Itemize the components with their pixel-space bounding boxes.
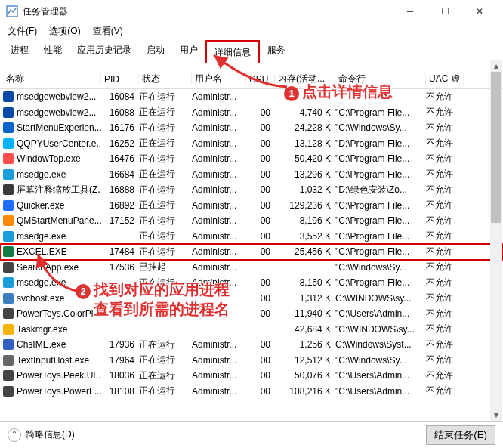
cell-uac: 不允许 — [426, 137, 464, 150]
cell-pid: 17152 — [101, 215, 139, 226]
cell-cpu: 00 — [246, 370, 275, 381]
cell-user: Administr... — [192, 339, 246, 350]
cell-uac: 不允许 — [426, 277, 464, 289]
table-row[interactable]: svchost.exe001,312 KC:\WINDOWS\sy...不允许 — [0, 291, 503, 307]
cell-mem: 25,456 K — [275, 246, 335, 257]
process-icon — [3, 215, 14, 226]
header-pid[interactable]: PID — [101, 74, 139, 85]
table-row[interactable]: StartMenuExperien...16176正在运行Administr..… — [0, 120, 503, 136]
cell-name: TextInputHost.exe — [17, 355, 89, 366]
header-uac[interactable]: UAC 虚 — [426, 73, 464, 85]
cell-status: 正在运行 — [139, 338, 192, 351]
tab-details[interactable]: 详细信息 — [205, 40, 260, 63]
taskmgr-icon — [6, 5, 18, 17]
table-row[interactable]: msedge.exe16684正在运行Administr...0013,296 … — [0, 167, 503, 183]
maximize-button[interactable]: ☐ — [427, 0, 462, 23]
cell-name: EXCEL.EXE — [17, 246, 67, 257]
tab-apphistory[interactable]: 应用历史记录 — [69, 39, 139, 63]
table-row[interactable]: ChsIME.exe17936正在运行Administr...001,256 K… — [0, 337, 503, 353]
menu-view[interactable]: 查看(V) — [88, 23, 128, 39]
menu-file[interactable]: 文件(F) — [3, 23, 42, 39]
process-icon — [3, 246, 14, 257]
cell-mem: 13,128 K — [275, 138, 335, 149]
cell-mem: 1,032 K — [275, 184, 335, 195]
cell-status: 正在运行 — [139, 122, 192, 134]
tab-startup[interactable]: 启动 — [139, 39, 172, 63]
table-row[interactable]: 屏幕注释缩放工具(Z...16888正在运行Administr...001,03… — [0, 182, 503, 198]
scroll-down-icon[interactable]: ▾ — [490, 409, 502, 421]
close-button[interactable]: ✕ — [462, 0, 497, 23]
table-row[interactable]: PowerToys.PowerL...18108正在运行Administr...… — [0, 384, 503, 400]
table-row[interactable]: WindowTop.exe16476正在运行Administr...0050,4… — [0, 151, 503, 167]
header-status[interactable]: 状态 — [139, 73, 192, 85]
cell-cpu: 00 — [246, 215, 275, 226]
header-cpu[interactable]: CPU — [246, 74, 275, 85]
table-row[interactable]: msedgewebview2...16084正在运行Administr...不允… — [0, 89, 503, 105]
table-row[interactable]: Quicker.exe16892正在运行Administr...00129,23… — [0, 198, 503, 214]
cell-name: Taskmgr.exe — [17, 324, 67, 335]
cell-name: PowerToys.ColorPi... — [17, 308, 100, 319]
cell-name: PowerToys.Peek.UI... — [17, 370, 101, 381]
cell-name: PowerToys.PowerL... — [17, 386, 101, 397]
tab-processes[interactable]: 进程 — [3, 39, 36, 63]
cell-mem: 11,940 K — [275, 308, 335, 319]
cell-name: msedgewebview2... — [17, 107, 96, 118]
cell-mem: 50,420 K — [275, 153, 335, 164]
cell-cmd: "C:\Program File... — [335, 200, 426, 211]
scroll-up-icon[interactable]: ▴ — [490, 60, 502, 72]
cell-cpu: 00 — [246, 169, 275, 180]
process-icon — [3, 138, 14, 149]
column-headers[interactable]: 名称 PID 状态 用户名 CPU 内存(活动... 命令行 UAC 虚 — [0, 70, 503, 89]
cell-pid: 16084 — [101, 91, 139, 102]
process-icon — [3, 262, 14, 273]
header-mem[interactable]: 内存(活动... — [275, 73, 335, 85]
cell-pid: 16476 — [101, 153, 139, 164]
vertical-scrollbar[interactable]: ▴ ▾ — [490, 60, 502, 421]
minimize-button[interactable]: ─ — [393, 0, 427, 23]
table-row[interactable]: PowerToys.ColorPi...0011,940 K"C:\Users\… — [0, 306, 503, 322]
cell-cpu: 00 — [246, 355, 275, 366]
table-row[interactable]: msedge.exe正在运行Administr...008,160 K"C:\P… — [0, 275, 503, 291]
scroll-thumb[interactable] — [491, 72, 501, 223]
cell-user: Administr... — [192, 91, 246, 102]
cell-user: Administr... — [192, 169, 246, 180]
tab-performance[interactable]: 性能 — [36, 39, 69, 63]
table-row[interactable]: QMStartMenuPane...17152正在运行Administr...0… — [0, 213, 503, 229]
cell-pid: 18036 — [101, 370, 139, 381]
menu-options[interactable]: 选项(O) — [45, 23, 85, 39]
cell-cmd: "C:\Program File... — [335, 246, 426, 257]
tab-users[interactable]: 用户 — [172, 39, 205, 63]
cell-pid: 17484 — [101, 246, 139, 257]
cell-uac: 不允许 — [426, 184, 464, 196]
cell-mem: 1,312 K — [275, 293, 335, 304]
table-row[interactable]: msedge.exe正在运行Administr...003,552 K"C:\P… — [0, 229, 503, 245]
table-row[interactable]: TextInputHost.exe17964正在运行Administr...00… — [0, 353, 503, 369]
table-row[interactable]: EXCEL.EXE17484正在运行Administr...0025,456 K… — [0, 244, 503, 260]
cell-name: QMStartMenuPane... — [17, 215, 101, 226]
cell-mem: 13,296 K — [275, 169, 335, 180]
cell-cpu: 00 — [246, 246, 275, 257]
cell-cmd: "D:\Program File... — [335, 138, 426, 149]
table-row[interactable]: msedgewebview2...16088正在运行Administr...00… — [0, 105, 503, 121]
table-row[interactable]: QQPYUserCenter.e...16252正在运行Administr...… — [0, 136, 503, 152]
process-table[interactable]: msedgewebview2...16084正在运行Administr...不允… — [0, 89, 503, 399]
cell-pid: 16888 — [101, 184, 139, 195]
fewer-details-button[interactable]: ˄ 简略信息(D) — [8, 428, 75, 442]
cell-pid: 16176 — [101, 122, 139, 133]
header-user[interactable]: 用户名 — [192, 73, 246, 85]
table-row[interactable]: PowerToys.Peek.UI...18036正在运行Administr..… — [0, 368, 503, 384]
cell-name: QQPYUserCenter.e... — [17, 138, 101, 149]
process-icon — [3, 339, 14, 350]
cell-status: 正在运行 — [139, 137, 192, 150]
cell-status: 正在运行 — [139, 184, 192, 196]
cell-status: 正在运行 — [139, 153, 192, 165]
table-row[interactable]: SearchApp.exe17536已挂起Administr..."C:\Win… — [0, 260, 503, 276]
cell-cmd: "C:\Windows\Sy... — [335, 122, 426, 133]
header-name[interactable]: 名称 — [3, 73, 101, 85]
end-task-button[interactable]: 结束任务(E) — [426, 425, 495, 445]
table-row[interactable]: Taskmgr.exe42,684 K"C:\WINDOWS\sy...不允许 — [0, 322, 503, 338]
cell-user: Administr... — [192, 200, 246, 211]
cell-status: 正在运行 — [139, 215, 192, 227]
header-cmd[interactable]: 命令行 — [335, 73, 426, 85]
tab-services[interactable]: 服务 — [260, 39, 293, 63]
